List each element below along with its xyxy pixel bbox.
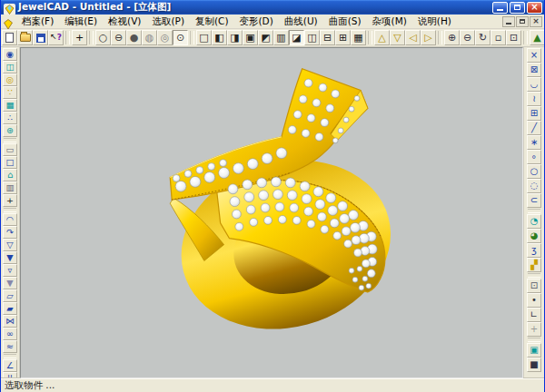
circle-dashed-icon[interactable]: ◌ bbox=[527, 179, 541, 193]
primitive-torus-icon[interactable]: ◎ bbox=[3, 74, 17, 86]
panel-pair-icon[interactable]: ▥ bbox=[3, 181, 17, 194]
dark-panel-icon[interactable]: ■ bbox=[527, 358, 541, 372]
terrain-tool-icon: ▞ bbox=[530, 260, 538, 270]
zoom-previous-icon[interactable]: ↻ bbox=[475, 30, 490, 45]
menu-item-7[interactable]: 曲线(U) bbox=[279, 15, 323, 28]
arc-outline-icon[interactable]: ◠ bbox=[3, 213, 17, 226]
zigzag-curve-icon[interactable]: ≀ bbox=[527, 92, 541, 106]
edit-points-boxed-icon[interactable]: ⊠ bbox=[527, 63, 541, 77]
mdi-minimize-button[interactable] bbox=[502, 16, 515, 27]
point-ring-icon[interactable]: ⊛ bbox=[3, 124, 17, 137]
terrain-tool-icon[interactable]: ▞ bbox=[527, 258, 541, 272]
point-matrix-icon[interactable]: ▦ bbox=[3, 99, 17, 112]
curve-display-outline-icon[interactable]: ○ bbox=[95, 30, 111, 45]
save-file-icon[interactable] bbox=[33, 30, 48, 45]
select-magnifier-icon[interactable]: ◉ bbox=[3, 48, 17, 61]
nudge-up-icon[interactable]: △ bbox=[374, 30, 390, 45]
blend-tool-icon[interactable]: ◕ bbox=[527, 229, 541, 243]
context-help-icon[interactable] bbox=[48, 30, 64, 45]
star-points-icon[interactable]: ∗ bbox=[527, 135, 541, 150]
teal-panels-icon[interactable]: ▣ bbox=[527, 343, 541, 358]
restore-button[interactable] bbox=[510, 2, 525, 14]
triangle-small-icon[interactable]: ▿ bbox=[3, 264, 17, 277]
mdi-restore-button[interactable] bbox=[516, 16, 529, 27]
view-shaded-icon[interactable]: ▣ bbox=[243, 30, 258, 45]
edit-points-cross-icon[interactable]: × bbox=[527, 48, 541, 63]
polyline-points-icon[interactable]: ∴ bbox=[3, 112, 17, 124]
pan-up-icon[interactable]: ▲ bbox=[530, 30, 544, 45]
nudge-down-icon[interactable]: ▽ bbox=[390, 30, 405, 45]
triangle-half-icon[interactable]: ▼ bbox=[3, 277, 17, 289]
view-corner-right-icon[interactable]: ◪ bbox=[289, 30, 304, 45]
curve-display-shaded-icon[interactable]: ◍ bbox=[142, 30, 157, 45]
layout-quad-icon[interactable]: ⊞ bbox=[335, 30, 351, 45]
view-corner-left-icon[interactable]: ◩ bbox=[258, 30, 273, 45]
arc-open-icon[interactable]: ⊂ bbox=[527, 193, 541, 208]
curve-display-dot-icon: ⊙ bbox=[176, 31, 184, 44]
crosshair-move-icon[interactable]: + bbox=[3, 194, 17, 207]
arc-arrow-icon[interactable]: ↷ bbox=[3, 226, 17, 239]
angle-icon[interactable]: ∠ bbox=[3, 359, 17, 372]
infinity-icon[interactable]: ∞ bbox=[3, 328, 17, 340]
window-export-icon[interactable]: ⊡ bbox=[527, 279, 541, 293]
zoom-selected-icon[interactable]: ⊡ bbox=[506, 30, 521, 45]
nudge-left-icon[interactable]: ◁ bbox=[405, 30, 421, 45]
diagonal-points-icon[interactable]: ╱ bbox=[527, 121, 541, 135]
triangle-filled-icon[interactable]: ▼ bbox=[3, 251, 17, 264]
zoom-out-icon[interactable]: ⊖ bbox=[460, 30, 475, 45]
view-half-left-icon[interactable]: ◧ bbox=[212, 30, 227, 45]
layout-split-vertical-icon[interactable]: ◫ bbox=[304, 30, 320, 45]
plus-disabled-icon[interactable]: + bbox=[527, 322, 541, 337]
circle-small-icon[interactable]: ∘ bbox=[527, 150, 541, 164]
primitive-cylinder-icon[interactable]: ◫ bbox=[3, 61, 17, 74]
parallelogram-filled-icon[interactable]: ▰ bbox=[3, 302, 17, 315]
nudge-right-icon[interactable]: ▷ bbox=[421, 30, 436, 45]
swirl-tool-icon[interactable]: ◔ bbox=[527, 214, 541, 229]
toolbar-top: +○⊖●◍◎⊙□◧◨▣◩▥◪◫⊟⊞▦△▽◁▷⊕⊖↻▫⊡▲▼◀▶↶↷⊛↖ΩΩ bbox=[1, 29, 544, 47]
menu-item-3[interactable]: 检视(V) bbox=[103, 15, 146, 28]
zoom-window-icon[interactable]: ▫ bbox=[490, 30, 506, 45]
document-icon bbox=[3, 16, 14, 27]
sphere-pair-icon[interactable]: ∵ bbox=[3, 86, 17, 99]
parallelogram-filled-icon: ▰ bbox=[6, 303, 13, 314]
curve-display-solid-icon[interactable]: ● bbox=[126, 30, 142, 45]
grid-points-icon[interactable]: ⊞ bbox=[527, 106, 541, 121]
curve-u-points-icon[interactable]: ◡ bbox=[527, 77, 541, 92]
view-half-right-icon[interactable]: ◨ bbox=[227, 30, 243, 45]
menu-item-9[interactable]: 杂项(M) bbox=[367, 15, 412, 28]
layout-grid-icon[interactable]: ▦ bbox=[351, 30, 366, 45]
open-file-icon[interactable] bbox=[17, 30, 33, 45]
new-file-icon[interactable] bbox=[2, 30, 17, 45]
bowtie-icon[interactable]: ⋈ bbox=[3, 315, 17, 328]
blue-panel-icon[interactable]: □ bbox=[3, 156, 17, 169]
measure-dots-icon[interactable]: ⇊ bbox=[3, 372, 17, 378]
dome-icon[interactable]: ⌂ bbox=[3, 169, 17, 181]
view-wireframe-icon[interactable]: □ bbox=[196, 30, 212, 45]
menu-item-5[interactable]: 复制(C) bbox=[190, 15, 234, 28]
menu-item-10[interactable]: 说明(H) bbox=[412, 15, 457, 28]
point-dot-icon[interactable]: • bbox=[527, 293, 541, 308]
sweep-tool-icon[interactable]: ʒ bbox=[527, 243, 541, 258]
triangle-outline-icon[interactable]: ▽ bbox=[3, 239, 17, 251]
menu-item-2[interactable]: 编辑(E) bbox=[59, 15, 103, 28]
circle-icon[interactable]: ○ bbox=[527, 164, 541, 179]
wire-panel-icon[interactable]: ▭ bbox=[3, 143, 17, 156]
menu-item-8[interactable]: 曲面(S) bbox=[323, 15, 367, 28]
menu-item-4[interactable]: 选取(P) bbox=[146, 15, 190, 28]
corner-l-icon[interactable]: ∟ bbox=[527, 308, 541, 322]
wave-icon[interactable]: ≈ bbox=[3, 340, 17, 353]
layout-split-horizontal-icon[interactable]: ⊟ bbox=[320, 30, 335, 45]
curve-display-dot-icon[interactable]: ⊙ bbox=[173, 30, 188, 45]
move-point-icon[interactable]: + bbox=[72, 30, 87, 45]
view-lines-icon[interactable]: ▥ bbox=[273, 30, 289, 45]
mdi-close-button[interactable]: × bbox=[530, 16, 542, 27]
close-button[interactable]: × bbox=[527, 2, 542, 14]
parallelogram-outline-icon[interactable]: ▱ bbox=[3, 289, 17, 302]
curve-display-ring-icon[interactable]: ◎ bbox=[157, 30, 173, 45]
curve-display-half-icon[interactable]: ⊖ bbox=[111, 30, 126, 45]
minimize-button[interactable] bbox=[492, 2, 508, 14]
menu-item-1[interactable]: 档案(F) bbox=[16, 15, 59, 28]
menu-item-6[interactable]: 变形(D) bbox=[234, 15, 279, 28]
viewport-3d[interactable] bbox=[20, 47, 523, 378]
zoom-in-icon[interactable]: ⊕ bbox=[444, 30, 460, 45]
